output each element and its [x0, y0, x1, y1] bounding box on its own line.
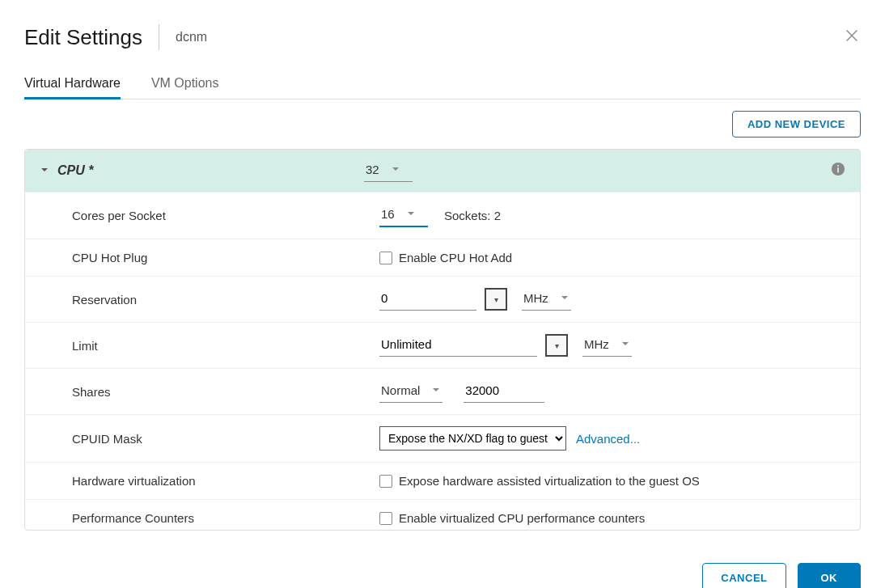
cores-per-socket-value: 16	[381, 207, 395, 221]
svg-rect-1	[837, 167, 839, 172]
cores-per-socket-row: Cores per Socket 16 Sockets: 2	[25, 192, 860, 239]
limit-stepper[interactable]: ▾	[545, 334, 568, 357]
cpu-hot-plug-label: CPU Hot Plug	[40, 251, 379, 264]
limit-unit-value: MHz	[584, 337, 609, 351]
reservation-label: Reservation	[40, 293, 379, 307]
shares-value-input[interactable]	[464, 380, 544, 403]
cores-per-socket-label: Cores per Socket	[40, 209, 379, 222]
cpu-section-header[interactable]: CPU * 32	[25, 150, 860, 192]
enable-cpu-hot-add-label: Enable CPU Hot Add	[399, 251, 512, 264]
cpu-count-select[interactable]: 32	[364, 159, 413, 182]
vm-name: dcnm	[176, 30, 207, 44]
expose-hwvirt-label: Expose hardware assisted virtualization …	[399, 474, 700, 488]
enable-cpu-hot-add-checkbox[interactable]	[379, 252, 392, 264]
shares-row: Shares Normal	[25, 368, 860, 414]
cores-per-socket-select[interactable]: 16	[379, 204, 428, 227]
title-divider	[159, 24, 159, 50]
limit-label: Limit	[40, 339, 379, 353]
reservation-unit-select[interactable]: MHz	[522, 288, 571, 311]
info-icon[interactable]	[831, 162, 845, 180]
close-icon[interactable]	[843, 27, 861, 48]
sockets-text: Sockets: 2	[444, 209, 501, 222]
cpuid-mask-select[interactable]: Expose the NX/XD flag to guest	[379, 426, 566, 451]
chevron-down-icon	[560, 291, 570, 305]
chevron-down-icon: ▾	[555, 341, 559, 350]
chevron-down-icon: ▾	[494, 295, 498, 304]
performance-counters-label: Performance Counters	[40, 511, 379, 525]
chevron-down-icon	[406, 207, 416, 221]
cancel-button[interactable]: CANCEL	[702, 563, 785, 588]
cpu-section-label: CPU *	[57, 163, 93, 178]
expose-hwvirt-checkbox[interactable]	[379, 475, 392, 488]
cpuid-mask-row: CPUID Mask Expose the NX/XD flag to gues…	[25, 414, 860, 462]
add-new-device-button[interactable]: ADD NEW DEVICE	[732, 111, 861, 137]
tab-bar: Virtual Hardware VM Options	[24, 70, 861, 99]
chevron-down-icon	[431, 383, 441, 397]
tab-virtual-hardware[interactable]: Virtual Hardware	[24, 70, 121, 99]
shares-level-value: Normal	[381, 383, 420, 397]
cpu-count-value: 32	[366, 163, 379, 176]
cpuid-mask-label: CPUID Mask	[40, 432, 379, 446]
reservation-input[interactable]	[379, 288, 476, 311]
hardware-virtualization-row: Hardware virtualization Expose hardware …	[25, 462, 860, 499]
tab-vm-options[interactable]: VM Options	[151, 70, 219, 99]
reservation-stepper[interactable]: ▾	[485, 288, 507, 311]
shares-level-select[interactable]: Normal	[379, 380, 442, 403]
chevron-down-icon	[40, 163, 49, 178]
cpuid-advanced-link[interactable]: Advanced...	[576, 432, 640, 446]
svg-rect-2	[837, 165, 839, 167]
reservation-row: Reservation ▾ MHz	[25, 276, 860, 322]
reservation-unit-value: MHz	[523, 291, 548, 305]
cpu-hot-plug-row: CPU Hot Plug Enable CPU Hot Add	[25, 239, 860, 276]
chevron-down-icon	[620, 337, 630, 351]
limit-unit-select[interactable]: MHz	[582, 334, 632, 357]
ok-button[interactable]: OK	[798, 563, 862, 588]
limit-row: Limit ▾ MHz	[25, 322, 860, 368]
hardware-virtualization-label: Hardware virtualization	[40, 474, 379, 488]
chevron-down-icon	[391, 163, 400, 176]
limit-input[interactable]	[379, 334, 537, 357]
enable-perf-counters-checkbox[interactable]	[379, 512, 392, 525]
dialog-title: Edit Settings	[24, 25, 142, 50]
performance-counters-row: Performance Counters Enable virtualized …	[25, 499, 860, 530]
hardware-panel: CPU * 32 Cores per Socket 16 Sockets: 2	[24, 149, 861, 531]
enable-perf-counters-label: Enable virtualized CPU performance count…	[399, 511, 645, 525]
shares-label: Shares	[40, 385, 379, 399]
